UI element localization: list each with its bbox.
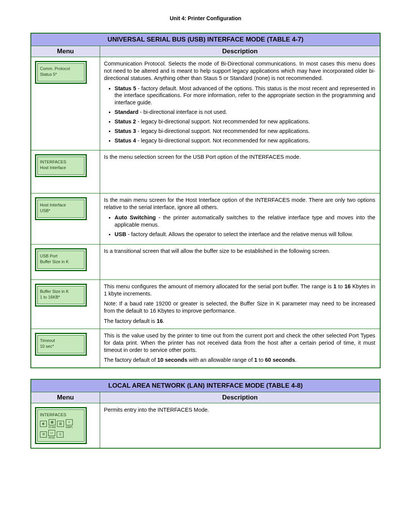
option-rest: - legacy bi-directional support. Not rec…: [136, 128, 310, 134]
menu-cell: Buffer Size in K 1 to 16KB*: [31, 280, 100, 329]
interface-icon: ⚙: [40, 431, 47, 438]
list-item: Status 4 - legacy bi-directional support…: [115, 137, 375, 144]
description-cell: Is the main menu screen for the Host Int…: [100, 193, 381, 244]
option-rest: - legacy bi-directional support. Not rec…: [136, 137, 310, 144]
lcd-line: Comm. Protocol: [40, 66, 82, 72]
description-text: The factory default of 10 seconds with a…: [104, 356, 375, 364]
lcd-display: INTERFACES Host Interface: [35, 154, 87, 177]
description-cell: This menu configures the amount of memor…: [100, 280, 381, 329]
menu-column-header: Menu: [31, 46, 100, 57]
menu-cell: Timeout 10 sec*: [31, 329, 100, 368]
lcd-line: Buffer Size in K: [40, 259, 82, 265]
lcd-line: Status 5*: [40, 72, 82, 77]
option-rest: - legacy bi-directional support. Not rec…: [136, 118, 310, 125]
lcd-line: Host Interface: [40, 165, 82, 171]
lcd-inner: Comm. Protocol Status 5*: [37, 63, 84, 81]
interface-icon: ▥: [57, 421, 64, 427]
lcd-inner: Buffer Size in K 1 to 16KB*: [37, 286, 84, 304]
option-rest: - factory default. Most advanced of the …: [115, 85, 375, 106]
lcd-line: 10 sec*: [40, 343, 82, 349]
lcd-inner: Timeout 10 sec*: [37, 335, 84, 353]
description-text: This is the value used by the printer to…: [104, 332, 375, 354]
description-text: This menu configures the amount of memor…: [104, 283, 375, 297]
table-row: Host Interface USB* Is the main menu scr…: [31, 193, 380, 244]
option-rest: - factory default. Allows the operator t…: [126, 231, 353, 237]
description-text: Is the main menu screen for the Host Int…: [104, 197, 375, 211]
interfaces-icon-row: ◐ ▦SCAN ▥ ≡iSBPL: [40, 419, 82, 428]
description-text: Note: If a baud rate 19200 or greater is…: [104, 300, 375, 315]
interface-icon: ◐: [40, 421, 47, 427]
description-cell: Is the menu selection screen for the USB…: [100, 150, 381, 193]
lcd-display: Comm. Protocol Status 5*: [35, 61, 87, 84]
menu-cell: Host Interface USB*: [31, 193, 100, 244]
interfaces-icon-row: ⚙ ▭RFID ⎙: [40, 430, 82, 439]
lcd-line: 1 to 16KB*: [40, 294, 82, 300]
option-name: Status 3: [115, 128, 136, 134]
lcd-inner: Host Interface USB*: [37, 200, 84, 218]
description-cell: This is the value used by the printer to…: [100, 329, 381, 368]
table-title: LOCAL AREA NETWORK (LAN) INTERFACE MODE …: [31, 379, 380, 392]
list-item: Auto Switching - the printer automatical…: [115, 214, 375, 228]
bullet-list: Status 5 - factory default. Most advance…: [104, 85, 375, 144]
option-rest: - bi-directional interface is not used.: [139, 109, 227, 115]
table-row: Buffer Size in K 1 to 16KB* This menu co…: [31, 280, 380, 329]
description-text: Permits entry into the INTERFACES Mode.: [104, 406, 375, 414]
lcd-display: INTERFACES ◐ ▦SCAN ▥ ≡iSBPL ⚙ ▭RFID ⎙: [35, 407, 87, 444]
description-cell: Is a transitional screen that will allow…: [100, 244, 381, 280]
table-title-row: UNIVERSAL SERIAL BUS (USB) INTERFACE MOD…: [31, 33, 380, 46]
table-row: INTERFACES Host Interface Is the menu se…: [31, 150, 380, 193]
lcd-display: Host Interface USB*: [35, 197, 87, 220]
lcd-line: USB*: [40, 208, 82, 214]
option-name: Status 2: [115, 118, 136, 125]
lcd-line: Timeout: [40, 338, 82, 343]
lcd-line: INTERFACES: [40, 159, 82, 165]
usb-table: UNIVERSAL SERIAL BUS (USB) INTERFACE MOD…: [30, 33, 381, 368]
list-item: Status 3 - legacy bi-directional support…: [115, 128, 375, 135]
list-item: USB - factory default. Allows the operat…: [115, 231, 375, 238]
lcd-line: USB Port: [40, 253, 82, 259]
lcd-line: INTERFACES: [40, 412, 82, 418]
table-row: USB Port Buffer Size in K Is a transitio…: [31, 244, 380, 280]
description-text: Is a transitional screen that will allow…: [104, 248, 375, 255]
option-name: Standard: [115, 109, 139, 115]
table-title: UNIVERSAL SERIAL BUS (USB) INTERFACE MOD…: [31, 33, 380, 46]
page: Unit 4: Printer Configuration UNIVERSAL …: [0, 0, 411, 532]
option-name: Status 5: [115, 85, 136, 91]
menu-cell: INTERFACES ◐ ▦SCAN ▥ ≡iSBPL ⚙ ▭RFID ⎙: [31, 403, 100, 448]
option-name: USB: [115, 231, 126, 237]
list-item: Status 5 - factory default. Most advance…: [115, 85, 375, 107]
table-title-row: LOCAL AREA NETWORK (LAN) INTERFACE MODE …: [31, 379, 380, 392]
table-row: INTERFACES ◐ ▦SCAN ▥ ≡iSBPL ⚙ ▭RFID ⎙: [31, 403, 380, 448]
lcd-display: USB Port Buffer Size in K: [35, 248, 87, 271]
list-item: Status 2 - legacy bi-directional support…: [115, 118, 375, 125]
option-name: Status 4: [115, 137, 136, 144]
description-cell: Communication Protocol. Selects the mode…: [100, 57, 381, 150]
interface-icon: ≡iSBPL: [65, 419, 73, 428]
description-column-header: Description: [100, 46, 381, 57]
lcd-display: Timeout 10 sec*: [35, 333, 87, 356]
table-row: Timeout 10 sec* This is the value used b…: [31, 329, 380, 368]
description-text: Communication Protocol. Selects the mode…: [104, 60, 375, 82]
menu-cell: INTERFACES Host Interface: [31, 150, 100, 193]
description-text: Is the menu selection screen for the USB…: [104, 153, 375, 161]
description-column-header: Description: [100, 392, 381, 403]
lcd-inner: INTERFACES ◐ ▦SCAN ▥ ≡iSBPL ⚙ ▭RFID ⎙: [37, 409, 84, 442]
lcd-display: Buffer Size in K 1 to 16KB*: [35, 284, 87, 307]
menu-cell: Comm. Protocol Status 5*: [31, 57, 100, 150]
menu-column-header: Menu: [31, 392, 100, 403]
interface-icon: ⎙: [57, 431, 64, 438]
option-name: Auto Switching: [115, 214, 156, 220]
table-row: Comm. Protocol Status 5* Communication P…: [31, 57, 380, 150]
lcd-line: Buffer Size in K: [40, 289, 82, 294]
interface-icon: ▦SCAN: [48, 419, 56, 428]
table-column-header-row: Menu Description: [31, 46, 380, 57]
list-item: Standard - bi-directional interface is n…: [115, 109, 375, 116]
interface-icon: ▭RFID: [48, 430, 55, 439]
unit-header: Unit 4: Printer Configuration: [30, 15, 381, 21]
bullet-list: Auto Switching - the printer automatical…: [104, 214, 375, 238]
menu-cell: USB Port Buffer Size in K: [31, 244, 100, 280]
lcd-inner: USB Port Buffer Size in K: [37, 251, 84, 269]
table-column-header-row: Menu Description: [31, 392, 380, 403]
lcd-inner: INTERFACES Host Interface: [37, 157, 84, 175]
lcd-line: Host Interface: [40, 202, 82, 208]
